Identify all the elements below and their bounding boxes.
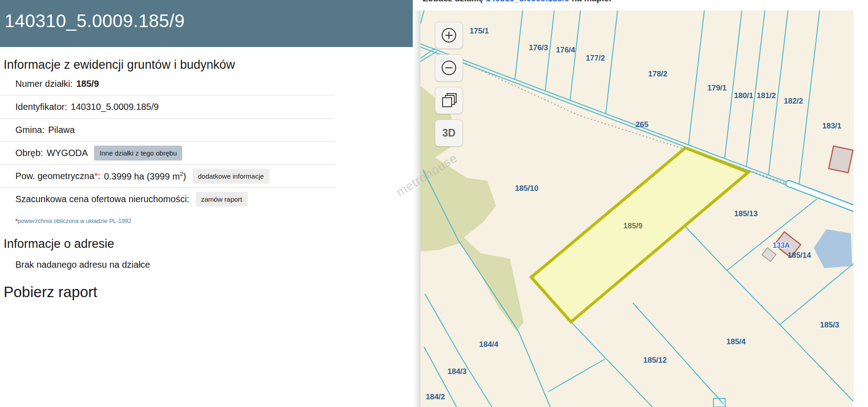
parcel-label-133A: 133A xyxy=(773,241,790,249)
map-left-shadow xyxy=(413,10,420,407)
page-title: 140310_5.0009.185/9 xyxy=(5,11,408,31)
parcel-label-265: 265 xyxy=(636,120,648,129)
parcel-number-label: Numer działki: xyxy=(15,79,73,89)
layers-icon xyxy=(440,91,458,109)
identifier-label: Identyfikator: xyxy=(15,102,67,112)
area-sup: 2 xyxy=(180,170,183,177)
area-asterisk: * xyxy=(94,171,98,181)
mode-3d-label: 3D xyxy=(442,127,455,139)
mode-3d-button[interactable]: 3D xyxy=(435,119,463,147)
map-caption-suffix: na mapie. xyxy=(569,0,611,3)
parcel-label-184/3: 184/3 xyxy=(448,367,467,376)
panel-header: 140310_5.0009.185/9 xyxy=(0,0,413,47)
row-parcel-number: Numer działki: 185/9 xyxy=(0,72,335,95)
zoom-out-icon xyxy=(439,58,458,77)
area-footnote: *powierzchnia obliczona w układzie PL-19… xyxy=(15,218,413,224)
parcel-number-value: 185/9 xyxy=(76,79,99,89)
additional-info-button[interactable]: dodatkowe informacje xyxy=(193,169,269,184)
row-identifier: Identyfikator: 140310_5.0009.185/9 xyxy=(0,95,335,118)
parcel-label-185/9: 185/9 xyxy=(623,222,643,230)
obreb-label: Obręb: xyxy=(15,148,43,158)
row-price-estimate: Szacunkowa cena ofertowa nieruchomości: … xyxy=(0,188,335,211)
parcel-label-181/2: 181/2 xyxy=(757,91,776,100)
map-canvas[interactable]: 175/1176/3176/4177/2178/2179/1180/1181/2… xyxy=(420,10,854,407)
zoom-out-button[interactable] xyxy=(435,54,463,81)
building-large xyxy=(829,146,853,173)
map-caption: Zobacz działkę 140310_5.0009.185/9 na ma… xyxy=(423,0,611,4)
section-heading-address: Informacje o adresie xyxy=(0,236,413,251)
area-value: 0.3999 ha (3999 m2) xyxy=(104,170,186,182)
parcel-label-178/2: 178/2 xyxy=(648,70,668,78)
zoom-in-button[interactable] xyxy=(435,22,463,49)
parcel-label-182/2: 182/2 xyxy=(784,97,803,105)
section-heading-report: Pobierz raport xyxy=(0,284,413,301)
parcel-label-184/4: 184/4 xyxy=(479,340,499,349)
zoom-in-icon xyxy=(439,26,458,45)
parcel-label-175/1: 175/1 xyxy=(470,27,489,35)
parcel-label-177/2: 177/2 xyxy=(586,54,605,62)
identifier-value: 140310_5.0009.185/9 xyxy=(71,102,159,112)
parcel-label-184/2: 184/2 xyxy=(426,393,445,401)
gmina-value: Pilawa xyxy=(48,125,75,135)
price-label: Szacunkowa cena ofertowa nieruchomości: xyxy=(15,194,189,204)
parcel-label-179/1: 179/1 xyxy=(708,84,727,92)
parcel-label-185/14: 185/14 xyxy=(788,251,811,260)
parcel-label-185/10: 185/10 xyxy=(515,184,538,193)
parcel-label-176/4: 176/4 xyxy=(556,46,576,54)
parcel-label-176/3: 176/3 xyxy=(529,43,548,52)
row-obreb: Obręb: WYGODA Inne działki z tego obrębu xyxy=(0,142,335,165)
parcel-info-rows: Numer działki: 185/9 Identyfikator: 1403… xyxy=(0,72,335,211)
no-address-text: Brak nadanego adresu na działce xyxy=(15,260,413,270)
row-area: Pow. geometryczna*: 0.3999 ha (3999 m2) … xyxy=(0,165,335,188)
section-heading-egib: Informacje z ewidencji gruntów i budynkó… xyxy=(0,57,413,72)
parcel-label-185/13: 185/13 xyxy=(734,209,758,218)
row-gmina: Gmina: Pilawa xyxy=(0,118,335,142)
parcel-label-185/12: 185/12 xyxy=(643,356,667,364)
parcel-details-panel: 140310_5.0009.185/9 Informacje z ewidenc… xyxy=(0,0,413,407)
obreb-value: WYGODA xyxy=(47,148,88,158)
cadastral-map[interactable]: 175/1176/3176/4177/2178/2179/1180/1181/2… xyxy=(420,10,854,407)
parcel-label-180/1: 180/1 xyxy=(734,91,754,100)
parcel-label-185/3: 185/3 xyxy=(820,321,840,329)
order-report-button[interactable]: zamów raport xyxy=(196,192,248,207)
gmina-label: Gmina: xyxy=(15,125,44,135)
area-label: Pow. geometryczna xyxy=(15,171,94,181)
other-parcels-button[interactable]: Inne działki z tego obrębu xyxy=(94,146,182,161)
map-caption-prefix: Zobacz działkę xyxy=(423,0,486,3)
layers-button[interactable] xyxy=(435,87,463,114)
parcel-label-183/1: 183/1 xyxy=(822,122,842,130)
parcel-label-185/4: 185/4 xyxy=(726,337,746,346)
area-colon: : xyxy=(98,171,100,181)
map-caption-parcel-link[interactable]: 140310_5.0009.185/9 xyxy=(486,0,569,3)
